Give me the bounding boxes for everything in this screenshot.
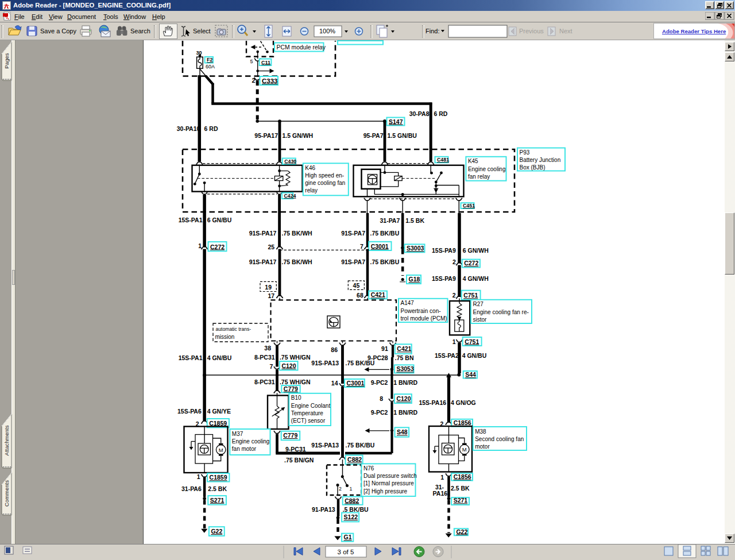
svg-text:15S-PA1: 15S-PA1 <box>179 217 203 223</box>
svg-text:fan relay: fan relay <box>468 173 490 180</box>
svg-text:9-PC31: 9-PC31 <box>285 446 306 453</box>
svg-text:2: 2 <box>339 486 342 492</box>
svg-text:.75 BK/BU: .75 BK/BU <box>346 442 375 449</box>
svg-text:91: 91 <box>381 345 388 352</box>
svg-text:14: 14 <box>331 380 338 387</box>
svg-text:4 GN/BU: 4 GN/BU <box>207 354 232 361</box>
svg-text:6 GN/BU: 6 GN/BU <box>207 217 232 223</box>
svg-text:2.5 BK: 2.5 BK <box>451 485 470 492</box>
svg-text:.75 WH/GN: .75 WH/GN <box>280 354 311 361</box>
svg-text:1.5 GN/WH: 1.5 GN/WH <box>283 132 314 139</box>
svg-text:P93: P93 <box>520 149 530 156</box>
svg-text:9-PC2: 9-PC2 <box>371 379 388 386</box>
svg-text:Dual pressure switch: Dual pressure switch <box>363 473 417 479</box>
svg-text:N76: N76 <box>363 465 374 472</box>
svg-text:C3001: C3001 <box>371 243 389 250</box>
svg-text:91-PA13: 91-PA13 <box>312 506 335 513</box>
svg-text:C1856: C1856 <box>454 473 471 480</box>
svg-text:1.5 GN/BU: 1.5 GN/BU <box>388 132 417 139</box>
svg-text:2.5 BK: 2.5 BK <box>208 485 227 492</box>
svg-text:1: 1 <box>350 486 353 492</box>
svg-text:.75 BK/BU: .75 BK/BU <box>370 258 400 265</box>
svg-text:7: 7 <box>270 363 273 370</box>
svg-text:8-PC31: 8-PC31 <box>254 354 275 361</box>
svg-text:S271: S271 <box>454 497 468 504</box>
svg-text:.75 WH/GN: .75 WH/GN <box>280 379 311 385</box>
svg-text:G1: G1 <box>344 534 352 540</box>
svg-text:2: 2 <box>252 77 255 84</box>
svg-text:C481: C481 <box>437 157 449 163</box>
svg-text:8: 8 <box>380 395 383 402</box>
svg-text:M: M <box>462 446 467 453</box>
svg-text:86: 86 <box>331 346 338 353</box>
svg-text:Engine cooling: Engine cooling <box>468 166 506 172</box>
svg-text:4 GN/BU: 4 GN/BU <box>462 352 487 359</box>
svg-text:31-PA6: 31-PA6 <box>181 485 202 492</box>
svg-text:S3003: S3003 <box>407 245 424 252</box>
svg-text:C272: C272 <box>210 244 225 250</box>
svg-text:High speed en-: High speed en- <box>305 172 344 179</box>
svg-text:91S-PA7: 91S-PA7 <box>341 258 365 265</box>
svg-text:C120: C120 <box>281 362 296 369</box>
svg-text:8-PC31: 8-PC31 <box>254 379 275 385</box>
svg-text:1: 1 <box>198 242 202 249</box>
svg-text:91S-PA17: 91S-PA17 <box>249 258 277 265</box>
svg-text:C424: C424 <box>284 193 296 199</box>
svg-text:45: 45 <box>353 282 360 289</box>
svg-text:G22: G22 <box>456 528 467 535</box>
svg-text:91S-PA13: 91S-PA13 <box>311 442 339 449</box>
svg-text:A147: A147 <box>401 300 415 306</box>
svg-text:C421: C421 <box>371 291 385 298</box>
svg-text:7: 7 <box>360 243 363 250</box>
svg-text:C333: C333 <box>262 78 278 84</box>
svg-text:PA16: PA16 <box>433 490 448 497</box>
svg-text:4 GN/OG: 4 GN/OG <box>451 399 476 406</box>
svg-text:1 BN/RD: 1 BN/RD <box>393 409 417 416</box>
svg-text:25: 25 <box>268 244 274 250</box>
svg-text:relay: relay <box>305 187 318 194</box>
svg-text:15S-PA9: 15S-PA9 <box>432 275 456 282</box>
svg-text:15S-PA16: 15S-PA16 <box>419 399 446 406</box>
svg-text:[1] Normal pressure: [1] Normal pressure <box>363 480 414 486</box>
svg-text:4 GN/YE: 4 GN/YE <box>207 408 231 415</box>
svg-text:C11: C11 <box>261 60 270 65</box>
svg-text:91S-PA13: 91S-PA13 <box>311 360 339 366</box>
svg-text:G18: G18 <box>409 276 420 283</box>
svg-text:C1856: C1856 <box>454 419 471 426</box>
svg-text:91S-PA17: 91S-PA17 <box>249 230 277 237</box>
svg-text:gine cooling fan: gine cooling fan <box>305 180 345 186</box>
svg-text:.75 BK/WH: .75 BK/WH <box>282 230 312 237</box>
svg-text:(ECT) sensor: (ECT) sensor <box>291 418 326 424</box>
svg-text:C779: C779 <box>283 432 297 439</box>
svg-text:C421: C421 <box>397 345 411 352</box>
svg-text:.5 BK/BU: .5 BK/BU <box>343 506 369 513</box>
svg-text:38: 38 <box>264 345 271 352</box>
svg-text:30: 30 <box>196 50 202 56</box>
svg-text:17: 17 <box>268 292 274 299</box>
svg-text:M: M <box>219 447 223 453</box>
svg-text:C3001: C3001 <box>347 380 365 387</box>
svg-text:Temperature: Temperature <box>291 410 324 416</box>
svg-text:95-PA17: 95-PA17 <box>254 132 278 139</box>
svg-text:S122: S122 <box>344 513 358 520</box>
svg-text:mission: mission <box>215 334 235 340</box>
svg-text:30-PA8: 30-PA8 <box>409 110 430 117</box>
svg-text:5: 5 <box>250 59 253 64</box>
svg-text:B10: B10 <box>291 395 301 401</box>
svg-text:6 RD: 6 RD <box>434 110 447 117</box>
svg-text:15S-PA6: 15S-PA6 <box>177 408 202 415</box>
svg-text:C120: C120 <box>396 395 411 402</box>
svg-text:31-PA7: 31-PA7 <box>380 217 400 224</box>
svg-text:K46: K46 <box>305 165 315 171</box>
svg-text:C751: C751 <box>463 292 478 299</box>
svg-text:C1859: C1859 <box>209 420 227 427</box>
svg-text:C451: C451 <box>463 203 475 208</box>
svg-text:1: 1 <box>197 473 200 480</box>
svg-text:.75 BK/WH: .75 BK/WH <box>282 258 312 265</box>
svg-text:F2: F2 <box>207 57 213 63</box>
svg-text:3 of 5: 3 of 5 <box>338 549 354 555</box>
svg-text:95-PA7: 95-PA7 <box>363 132 384 139</box>
svg-text:Engine cooling: Engine cooling <box>232 438 270 445</box>
svg-text:Battery Junction: Battery Junction <box>520 157 561 163</box>
svg-text:C882: C882 <box>347 456 362 463</box>
